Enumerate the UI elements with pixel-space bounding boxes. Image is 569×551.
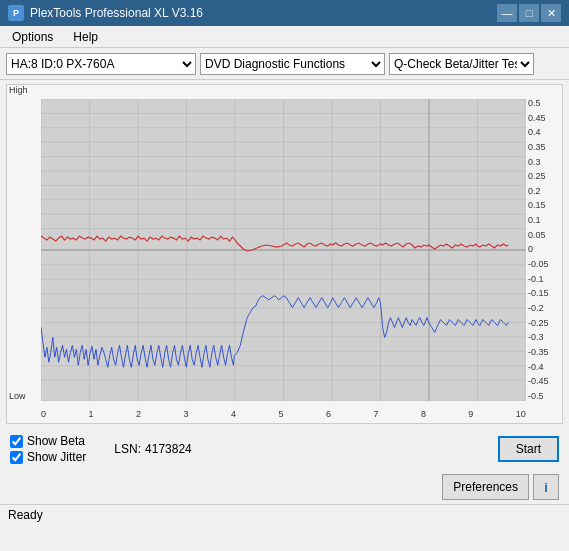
high-label: High <box>9 85 28 95</box>
preferences-button[interactable]: Preferences <box>442 474 529 500</box>
show-jitter-label: Show Jitter <box>27 450 86 464</box>
show-jitter-checkbox[interactable] <box>10 451 23 464</box>
status-bar: Ready <box>0 504 569 524</box>
y-axis-right: 0.5 0.45 0.4 0.35 0.3 0.25 0.2 0.15 0.1 … <box>526 99 562 401</box>
bottom-panel: Show Beta Show Jitter LSN: 4173824 Start <box>0 428 569 470</box>
preferences-row: Preferences i <box>0 470 569 504</box>
x-axis: 0 1 2 3 4 5 6 7 8 9 10 <box>41 409 526 419</box>
show-jitter-row: Show Jitter <box>10 450 86 464</box>
window-controls: — □ ✕ <box>497 4 561 22</box>
title-bar: P PlexTools Professional XL V3.16 — □ ✕ <box>0 0 569 26</box>
lsn-label: LSN: <box>114 442 141 456</box>
drive-select[interactable]: HA:8 ID:0 PX-760A <box>6 53 196 75</box>
menu-bar: Options Help <box>0 26 569 48</box>
toolbar: HA:8 ID:0 PX-760A DVD Diagnostic Functio… <box>0 48 569 80</box>
function-select[interactable]: DVD Diagnostic Functions <box>200 53 385 75</box>
info-button[interactable]: i <box>533 474 559 500</box>
app-icon: P <box>8 5 24 21</box>
menu-options[interactable]: Options <box>6 28 59 46</box>
checkboxes-group: Show Beta Show Jitter <box>10 434 86 464</box>
lsn-value: 4173824 <box>145 442 192 456</box>
window-title: PlexTools Professional XL V3.16 <box>30 6 203 20</box>
chart-canvas <box>41 99 526 401</box>
chart-area: High Low 0.5 0.45 0.4 0.35 0.3 0.25 0.2 … <box>6 84 563 424</box>
maximize-button[interactable]: □ <box>519 4 539 22</box>
lsn-area: LSN: 4173824 <box>114 442 191 456</box>
chart-svg <box>41 99 526 401</box>
show-beta-checkbox[interactable] <box>10 435 23 448</box>
y-axis-left <box>7 99 41 401</box>
minimize-button[interactable]: — <box>497 4 517 22</box>
show-beta-row: Show Beta <box>10 434 86 448</box>
close-button[interactable]: ✕ <box>541 4 561 22</box>
test-select[interactable]: Q-Check Beta/Jitter Test <box>389 53 534 75</box>
start-button[interactable]: Start <box>498 436 559 462</box>
menu-help[interactable]: Help <box>67 28 104 46</box>
show-beta-label: Show Beta <box>27 434 85 448</box>
status-text: Ready <box>8 508 43 522</box>
